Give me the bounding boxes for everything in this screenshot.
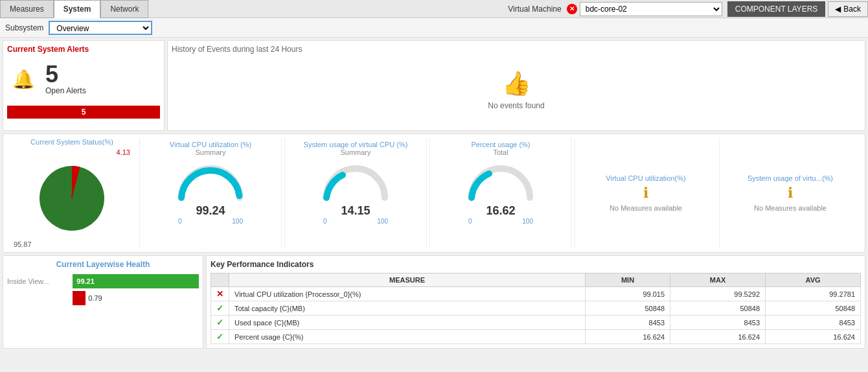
alerts-content: 🔔 5 Open Alerts	[7, 58, 160, 100]
alert-count-wrap: 5 Open Alerts	[45, 63, 86, 95]
no-measures-1-section: Virtual CPU utilization(%) ℹ No Measures…	[575, 138, 716, 248]
kpi-measure-2: Used space {C}(MB)	[229, 316, 586, 330]
health-bar-green: 99.21	[73, 274, 199, 288]
gauge-1-section: Virtual CPU utilization (%) Summary 99.2…	[139, 138, 282, 248]
row2: Current System Status(%) 4.13 95.87 Virt…	[3, 134, 865, 253]
history-panel: History of Events during last 24 Hours 👍…	[167, 40, 865, 131]
pie-label-top: 4.13	[7, 148, 130, 156]
gauge-2-minmax: 0 100	[323, 218, 388, 225]
error-icon: ✕	[567, 4, 577, 14]
kpi-status-2: ✓	[211, 316, 229, 330]
inside-label: Inside View...	[7, 277, 70, 285]
subsystem-select[interactable]: Overview	[49, 21, 152, 35]
no-measures-2-title: System usage of virtu...(%)	[748, 174, 833, 182]
kpi-avg-1: 50848	[766, 301, 861, 316]
kpi-row-3: ✓ Percent usage {C}(%) 16.624 16.624 16.…	[211, 330, 861, 344]
kpi-max-3: 16.624	[670, 330, 766, 344]
no-measures-1-title: Virtual CPU utilization(%)	[606, 174, 685, 182]
health-title: Current Layerwise Health	[7, 260, 199, 269]
kpi-avg-2: 8453	[766, 316, 861, 330]
info-icon-2: ℹ	[788, 185, 793, 202]
health-left-col: Inside View...	[7, 277, 70, 285]
gauge-2-min: 0	[323, 218, 327, 225]
gauge-3-minmax: 0 100	[468, 218, 533, 225]
alert-open-label: Open Alerts	[45, 86, 86, 95]
gauge-1-subtitle: Summary	[195, 148, 225, 156]
gauge-2-section: System usage of virtual CPU (%) Summary …	[284, 138, 427, 248]
kpi-status-header	[211, 273, 229, 287]
kpi-max-0: 99.5292	[670, 287, 766, 301]
kpi-max-1: 50848	[670, 301, 766, 316]
kpi-row-1: ✓ Total capacity {C}(MB) 50848 50848 508…	[211, 301, 861, 316]
kpi-measure-3: Percent usage {C}(%)	[229, 330, 586, 344]
back-arrow-icon: ◀	[835, 5, 841, 14]
kpi-header-row: MEASURE MIN MAX AVG	[211, 273, 861, 287]
kpi-measure-1: Total capacity {C}(MB)	[229, 301, 586, 316]
kpi-measure-header: MEASURE	[229, 273, 586, 287]
kpi-avg-3: 16.624	[766, 330, 861, 344]
pie-title: Current System Status(%)	[7, 138, 137, 146]
health-bars: Inside View... 99.21	[7, 274, 199, 288]
gauge-2-title: System usage of virtual CPU (%)	[304, 141, 408, 148]
kpi-row-2: ✓ Used space {C}(MB) 8453 8453 8453	[211, 316, 861, 330]
subsystem-label: Subsystem	[5, 23, 43, 32]
kpi-title: Key Performance Indicators	[211, 260, 861, 269]
health-small-value: 0.79	[88, 294, 102, 302]
history-content: 👍 No events found	[172, 58, 861, 122]
health-bottom-right: 0.79	[73, 291, 199, 305]
kpi-min-header: MIN	[585, 273, 670, 287]
vm-select[interactable]: bdc-core-02	[580, 2, 722, 16]
gauge-2-svg	[320, 159, 391, 204]
kpi-avg-0: 99.2781	[766, 287, 861, 301]
gauge-3-title: Percent usage (%)	[471, 141, 530, 148]
gauge-1-value: 99.24	[196, 204, 225, 218]
back-button[interactable]: ◀ Back	[828, 1, 868, 17]
health-right-col: 99.21	[73, 274, 199, 288]
kpi-row-0: ✕ Virtual CPU utilization {Processor_0}(…	[211, 287, 861, 301]
gauge-1-minmax: 0 100	[178, 218, 243, 225]
kpi-status-1: ✓	[211, 301, 229, 316]
kpi-measure-0: Virtual CPU utilization {Processor_0}(%)	[229, 287, 586, 301]
subsystem-row: Subsystem Overview	[0, 18, 868, 38]
gauge-1-svg	[175, 159, 246, 204]
kpi-status-3: ✓	[211, 330, 229, 344]
kpi-status-0: ✕	[211, 287, 229, 301]
alert-count: 5	[45, 63, 86, 86]
no-measures-2-text: No Measures available	[754, 204, 827, 212]
gauge-1-max: 100	[232, 218, 243, 225]
gauge-3-subtitle: Total	[493, 148, 508, 156]
main-content: Current System Alerts 🔔 5 Open Alerts 5 …	[0, 38, 868, 351]
tab-system[interactable]: System	[54, 0, 101, 18]
component-layers-label: COMPONENT LAYERS	[735, 5, 818, 14]
pie-section: Current System Status(%) 4.13 95.87	[7, 138, 137, 248]
alert-bar: 5	[7, 106, 160, 119]
kpi-min-2: 8453	[585, 316, 670, 330]
no-measures-2-section: System usage of virtu...(%) ℹ No Measure…	[719, 138, 861, 248]
gauge-3-svg	[465, 159, 536, 204]
kpi-min-1: 50848	[585, 301, 670, 316]
alert-bar-wrap: 5	[7, 106, 160, 119]
alerts-title: Current System Alerts	[7, 45, 160, 54]
row1: Current System Alerts 🔔 5 Open Alerts 5 …	[3, 40, 865, 131]
gauge-3-min: 0	[468, 218, 472, 225]
gauge-2-max: 100	[377, 218, 388, 225]
gauge-1-min: 0	[178, 218, 182, 225]
no-measures-1-text: No Measures available	[610, 204, 682, 212]
back-label: Back	[843, 5, 861, 14]
health-bottom-row: 0.79	[7, 291, 199, 305]
kpi-table: MEASURE MIN MAX AVG ✕ Virtual CPU utiliz…	[211, 273, 861, 344]
info-icon-1: ℹ	[643, 185, 648, 202]
gauge-3-section: Percent usage (%) Total 16.62 0 100	[429, 138, 572, 248]
tab-network[interactable]: Network	[100, 0, 148, 18]
health-bar-red	[73, 291, 86, 305]
tab-measures[interactable]: Measures	[0, 0, 54, 18]
gauge-1-title: Virtual CPU utilization (%)	[170, 141, 251, 148]
pie-label-bottom: 95.87	[14, 240, 137, 248]
thumbsup-icon: 👍	[502, 70, 531, 97]
component-layers-button[interactable]: COMPONENT LAYERS	[727, 1, 826, 17]
health-panel: Current Layerwise Health Inside View... …	[3, 255, 203, 349]
vm-label: Virtual Machine	[508, 5, 562, 14]
gauge-3-max: 100	[522, 218, 533, 225]
pie-wrap	[30, 156, 114, 240]
kpi-avg-header: AVG	[766, 273, 861, 287]
